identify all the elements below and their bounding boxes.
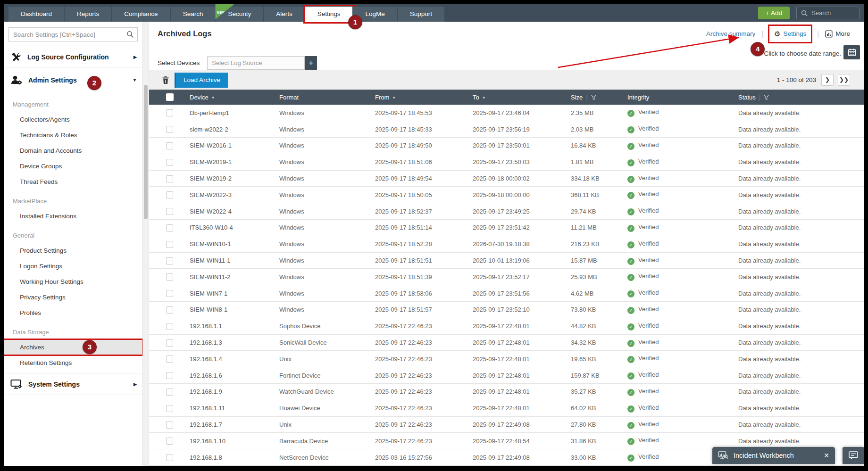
add-log-source-button[interactable]: + — [305, 56, 317, 70]
row-checkbox[interactable] — [166, 224, 173, 231]
row-checkbox[interactable] — [166, 388, 173, 396]
tab-security[interactable]: SecurityNEW — [216, 7, 264, 22]
row-checkbox[interactable] — [166, 438, 173, 445]
sidebar-item-working-hour-settings[interactable]: Working Hour Settings — [4, 274, 142, 289]
row-checkbox[interactable] — [166, 208, 173, 215]
tab-label: Support — [410, 10, 432, 17]
row-checkbox[interactable] — [166, 372, 173, 379]
row-checkbox[interactable] — [166, 306, 173, 314]
sidebar-item-archives[interactable]: Archives3 — [4, 339, 142, 355]
column-header-size[interactable]: Size| — [566, 90, 623, 105]
sidebar-item-installed-extensions[interactable]: Installed Extensions — [4, 208, 142, 224]
scrollbar-thumb[interactable] — [144, 85, 148, 219]
cell-size: 27.80 KB — [566, 416, 623, 433]
annotation-step-2: 2 — [87, 76, 101, 90]
cell-status: Data already available. — [734, 334, 864, 351]
cell-size: 34.32 KB — [566, 334, 623, 351]
sidebar-item-admin-settings[interactable]: Admin Settings 2 ▼ — [4, 67, 142, 93]
row-checkbox[interactable] — [166, 159, 173, 166]
column-header-to[interactable]: To▼ — [468, 90, 566, 105]
cell-to: 2025-09-17 22:48:54 — [468, 433, 566, 449]
row-checkbox[interactable] — [166, 339, 173, 347]
add-button[interactable]: + Add — [758, 7, 790, 19]
chat-button[interactable] — [843, 447, 864, 464]
sidebar-item-logon-settings[interactable]: Logon Settings — [4, 258, 142, 274]
tab-label: Security — [228, 10, 251, 17]
next-page-button[interactable]: ❯ — [821, 74, 834, 86]
tab-search[interactable]: Search — [171, 7, 216, 22]
row-checkbox[interactable] — [166, 355, 173, 363]
tab-alerts[interactable]: Alerts — [264, 7, 305, 22]
row-checkbox[interactable] — [166, 109, 173, 116]
sidebar-item-collectors-agents[interactable]: Collectors/Agents — [4, 112, 142, 127]
tab-settings[interactable]: Settings — [305, 7, 353, 22]
load-archive-button[interactable]: Load Archive — [175, 73, 228, 88]
cell-from: 2025-09-17 18:51:57 — [370, 302, 468, 318]
filter-icon[interactable] — [591, 95, 596, 100]
cell-to: 2025-09-17 22:49:08 — [468, 449, 566, 466]
row-checkbox[interactable] — [166, 126, 173, 133]
filter-icon[interactable] — [764, 95, 769, 100]
table-row: ITSL360-W10-4Windows2025-09-17 18:51:142… — [149, 220, 864, 236]
sidebar-item-domain-and-accounts[interactable]: Domain and Accounts — [4, 143, 142, 158]
close-icon[interactable]: ✕ — [824, 452, 829, 459]
cell-size: 15.87 MB — [566, 252, 623, 269]
row-checkbox[interactable] — [166, 257, 173, 264]
archive-summary-link[interactable]: Archive summary — [706, 30, 755, 37]
log-source-input[interactable] — [207, 56, 305, 70]
cell-device: SIEM-WIN11-1 — [185, 252, 275, 269]
delete-button[interactable] — [162, 75, 169, 84]
row-checkbox[interactable] — [166, 191, 173, 198]
page-title: Archived Logs — [158, 29, 212, 38]
incident-workbench-bar[interactable]: Incident Workbench ✕ — [712, 447, 835, 464]
sidebar-item-retention-settings[interactable]: Retention Settings — [4, 355, 142, 371]
more-button[interactable]: More — [825, 30, 850, 38]
sidebar-item-device-groups[interactable]: Device Groups — [4, 158, 142, 174]
cell-format: Windows — [275, 105, 370, 121]
row-checkbox[interactable] — [166, 323, 173, 330]
archive-settings-button[interactable]: ⚙ Settings 4 — [769, 26, 811, 42]
column-header-format[interactable]: Format — [275, 90, 370, 105]
column-header-from[interactable]: From▼ — [370, 90, 468, 105]
table-row: 192.168.1.4Unix2025-09-17 22:46:232025-0… — [149, 351, 864, 367]
row-checkbox[interactable] — [166, 454, 173, 461]
sidebar-item-product-settings[interactable]: Product Settings — [4, 243, 142, 258]
table-row: SIEM-W2019-2Windows2025-09-17 18:49:5420… — [149, 170, 864, 187]
global-search-box[interactable]: Search — [796, 7, 860, 19]
sidebar-scrollbar[interactable] — [142, 22, 149, 466]
tab-reports[interactable]: Reports — [65, 7, 112, 22]
column-header-status[interactable]: Status| — [734, 90, 864, 105]
cell-format: Windows — [275, 285, 370, 302]
topbar-right: + Add Search — [758, 7, 860, 19]
column-header-integrity[interactable]: Integrity — [623, 90, 734, 105]
tab-support[interactable]: Support — [398, 7, 445, 22]
select-all-checkbox[interactable] — [166, 93, 174, 101]
row-checkbox[interactable] — [166, 405, 173, 412]
cell-size: 2.35 MB — [566, 105, 623, 121]
tab-dashboard[interactable]: Dashboard — [8, 7, 65, 22]
cell-device: 192.168.1.10 — [185, 433, 275, 449]
sidebar-item-privacy-settings[interactable]: Privacy Settings — [4, 289, 142, 305]
app-window: DashboardReportsComplianceSearchSecurity… — [4, 4, 864, 466]
sidebar-item-technicians-roles[interactable]: Technicians & Roles — [4, 127, 142, 143]
cell-to: 2025-09-17 22:48:01 — [468, 318, 566, 334]
row-checkbox[interactable] — [166, 421, 173, 429]
sidebar-search-input[interactable] — [8, 27, 138, 41]
sidebar-section-heading: General — [4, 229, 142, 243]
row-checkbox[interactable] — [166, 142, 173, 149]
row-checkbox[interactable] — [166, 175, 173, 182]
row-checkbox[interactable] — [166, 241, 173, 248]
sidebar-item-system-settings[interactable]: System Settings ▶ — [4, 373, 142, 395]
sidebar-item-log-source-configuration[interactable]: Log Source Configuration ▶ — [4, 47, 142, 67]
sidebar-item-profiles[interactable]: Profiles — [4, 305, 142, 321]
row-checkbox[interactable] — [166, 290, 173, 297]
table-row: l3c-perf-temp1Windows2025-09-17 18:45:53… — [149, 105, 864, 121]
date-range-hint: Click to choose date range. — [764, 50, 841, 57]
last-page-button[interactable]: ❯❯ — [838, 74, 850, 86]
row-checkbox[interactable] — [166, 273, 173, 281]
column-header-device[interactable]: Device▼ — [185, 90, 275, 105]
sidebar-item-threat-feeds[interactable]: Threat Feeds — [4, 174, 142, 190]
cell-from: 2025-03-16 15:27:56 — [370, 449, 468, 466]
tab-compliance[interactable]: Compliance — [112, 7, 170, 22]
date-range-button[interactable] — [843, 45, 860, 59]
